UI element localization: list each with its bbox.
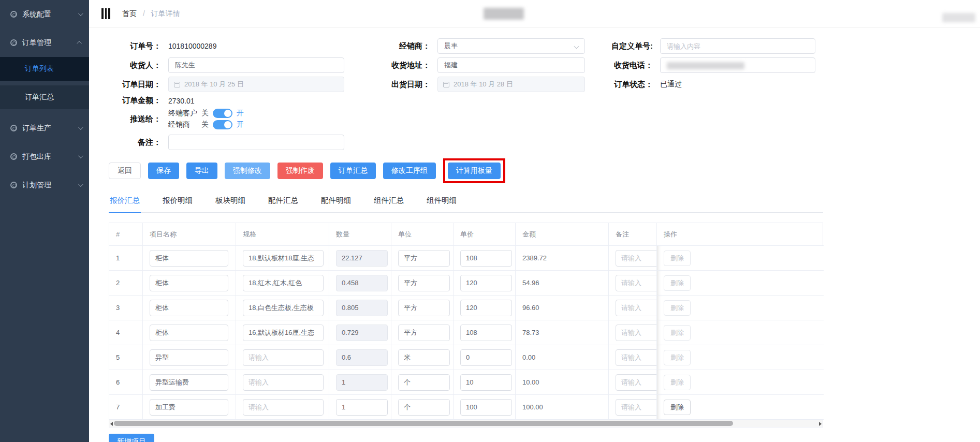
force-void-button[interactable]: 强制作废	[277, 163, 323, 179]
breadcrumb-home[interactable]: 首页	[122, 9, 137, 18]
remark-input[interactable]	[168, 135, 344, 150]
remark-cell-input[interactable]	[616, 374, 657, 391]
unit-input[interactable]	[398, 300, 450, 316]
unit-input[interactable]	[398, 374, 450, 391]
sidebar-item-label: 系统配置	[22, 10, 51, 19]
unit-input[interactable]	[398, 399, 450, 416]
switch-off-label: 关	[201, 120, 209, 129]
sidebar-item-order-list[interactable]: 订单列表	[0, 57, 89, 81]
terminal-customer-toggle[interactable]	[213, 109, 232, 118]
horizontal-scrollbar[interactable]	[109, 420, 823, 428]
export-button[interactable]: 导出	[186, 163, 217, 179]
col-header-spec: 规格	[236, 223, 329, 246]
sidebar-item-plan-management[interactable]: 计划管理	[0, 171, 89, 199]
back-button[interactable]: 返回	[109, 163, 141, 179]
tab-accessory-summary[interactable]: 配件汇总	[267, 196, 299, 212]
annotation-red-box: 计算用板量	[443, 158, 505, 183]
price-input[interactable]	[460, 399, 512, 416]
remark-cell-input[interactable]	[616, 399, 657, 416]
dealer-select[interactable]: 晨丰	[437, 38, 585, 54]
price-input[interactable]	[460, 349, 512, 366]
spec-input[interactable]	[243, 374, 324, 391]
delete-button[interactable]: 删除	[664, 325, 691, 341]
scrollbar-thumb[interactable]	[114, 421, 733, 426]
item-name-input[interactable]	[150, 399, 228, 416]
delete-button[interactable]: 删除	[664, 251, 691, 266]
spec-input[interactable]	[243, 399, 324, 416]
spec-input[interactable]	[243, 250, 324, 267]
remark-cell-input[interactable]	[616, 325, 657, 341]
item-name-input[interactable]	[150, 325, 228, 341]
phone-input[interactable]	[660, 57, 815, 73]
row-index: 1	[109, 246, 143, 271]
spec-input[interactable]	[243, 275, 324, 291]
sidebar-item-system-config[interactable]: 系统配置	[0, 0, 89, 28]
save-button[interactable]: 保存	[148, 163, 179, 179]
dealer-toggle[interactable]	[213, 120, 232, 129]
remark-cell-input[interactable]	[616, 300, 657, 316]
remark-cell-input[interactable]	[616, 349, 657, 366]
item-name-input[interactable]	[150, 275, 228, 291]
calc-board-usage-button[interactable]: 计算用板量	[448, 163, 501, 179]
hamburger-icon[interactable]	[101, 8, 113, 19]
remark-cell-input[interactable]	[616, 250, 657, 267]
tab-component-detail[interactable]: 组件明细	[426, 196, 458, 212]
chevron-down-icon	[78, 153, 83, 158]
sidebar-item-order-production[interactable]: 订单生产	[0, 114, 89, 142]
tab-quote-summary[interactable]: 报价汇总	[109, 196, 141, 213]
spec-input[interactable]	[243, 349, 324, 366]
price-input[interactable]	[460, 374, 512, 391]
qty-input[interactable]	[336, 399, 388, 416]
item-name-input[interactable]	[150, 250, 228, 267]
add-item-button[interactable]: 新增项目	[109, 434, 154, 442]
delete-button[interactable]: 删除	[664, 300, 691, 316]
edit-process-group-button[interactable]: 修改工序组	[383, 163, 436, 179]
sidebar-item-order-summary[interactable]: 订单汇总	[0, 85, 89, 109]
price-input[interactable]	[460, 325, 512, 341]
delete-button[interactable]: 删除	[664, 275, 691, 291]
table-row: 1 2389.72 删除	[109, 246, 823, 271]
address-input[interactable]	[437, 57, 585, 73]
ship-date-input[interactable]: 2018 年 10 月 28 日	[437, 77, 585, 92]
price-input[interactable]	[460, 275, 512, 291]
qty-input	[336, 374, 388, 391]
row-index: 2	[109, 271, 143, 296]
unit-input[interactable]	[398, 275, 450, 291]
tab-quote-detail[interactable]: 报价明细	[162, 196, 194, 212]
tab-component-summary[interactable]: 组件汇总	[373, 196, 405, 212]
scroll-right-arrow-icon[interactable]	[819, 422, 822, 426]
amount-cell: 78.73	[516, 320, 609, 345]
sidebar-item-order-management[interactable]: 订单管理	[0, 28, 89, 57]
order-date-input[interactable]: 2018 年 10 月 25 日	[168, 77, 344, 92]
item-name-input[interactable]	[150, 374, 228, 391]
spec-input[interactable]	[243, 300, 324, 316]
tab-board-detail[interactable]: 板块明细	[214, 196, 246, 212]
item-name-input[interactable]	[150, 349, 228, 366]
qty-input	[336, 349, 388, 366]
remark-cell-input[interactable]	[616, 275, 657, 291]
scroll-left-arrow-icon[interactable]	[110, 422, 113, 426]
receiver-input[interactable]	[168, 57, 344, 73]
order-summary-button[interactable]: 订单汇总	[330, 163, 376, 179]
item-name-input[interactable]	[150, 300, 228, 316]
phone-label: 收货电话：	[601, 61, 660, 70]
price-input[interactable]	[460, 300, 512, 316]
breadcrumb-current: 订单详情	[151, 9, 180, 18]
sidebar-item-packing-outbound[interactable]: 打包出库	[0, 142, 89, 171]
custom-no-input[interactable]	[660, 38, 815, 54]
unit-input[interactable]	[398, 250, 450, 267]
sidebar-item-label: 订单汇总	[25, 93, 54, 102]
tab-accessory-detail[interactable]: 配件明细	[320, 196, 352, 212]
amount-cell: 54.96	[516, 271, 609, 296]
spec-input[interactable]	[243, 325, 324, 341]
unit-input[interactable]	[398, 325, 450, 341]
force-edit-button[interactable]: 强制修改	[225, 163, 270, 179]
delete-button[interactable]: 删除	[664, 375, 691, 390]
receiver-label: 收货人：	[109, 61, 168, 70]
col-header-price: 单价	[454, 223, 516, 246]
delete-button[interactable]: 删除	[664, 400, 691, 415]
price-input[interactable]	[460, 250, 512, 267]
table-row: 2 54.96 删除	[109, 271, 823, 296]
unit-input[interactable]	[398, 349, 450, 366]
delete-button[interactable]: 删除	[664, 350, 691, 365]
